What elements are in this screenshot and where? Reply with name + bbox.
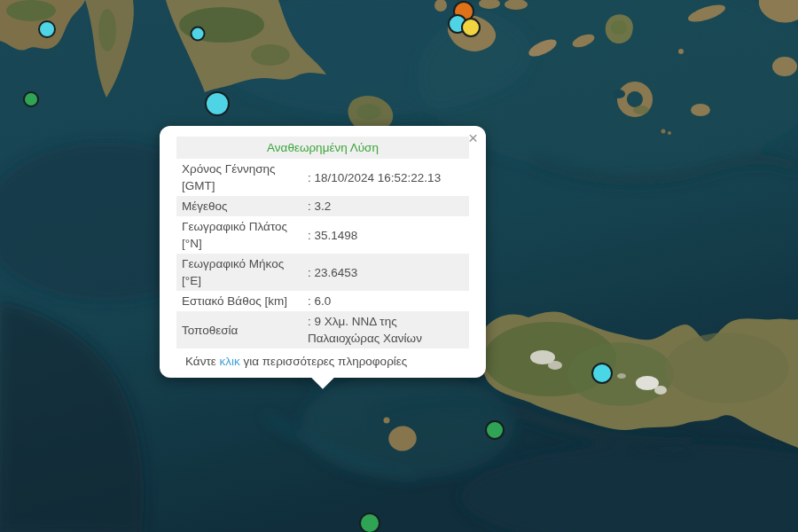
earthquake-marker-west-peloponnese-cyan[interactable]: [39, 21, 55, 37]
table-row: Χρόνος Γέννησης [GMT] : 18/10/2024 16:52…: [176, 159, 469, 196]
depth-value: : 6.0: [302, 291, 469, 311]
popup-close-icon[interactable]: ×: [468, 129, 478, 146]
longitude-label: Γεωγραφικό Μήκος [°E]: [176, 254, 302, 291]
location-label: Τοποθεσία: [176, 311, 302, 348]
table-row-title: Αναθεωρημένη Λύση: [176, 137, 469, 159]
earthquake-marker-crete-cyan[interactable]: [592, 364, 612, 383]
klik-link[interactable]: κλικ: [220, 355, 240, 368]
latitude-label: Γεωγραφικό Πλάτος [°N]: [176, 216, 302, 254]
footer-text-prefix: Κάντε: [185, 355, 220, 368]
origin-time-value: : 18/10/2024 16:52:22.13: [302, 159, 469, 196]
table-row: Γεωγραφικό Μήκος [°E] : 23.6453: [176, 254, 469, 291]
popup-content: Αναθεωρημένη Λύση Χρόνος Γέννησης [GMT] …: [176, 137, 469, 370]
table-row: Τοποθεσία : 9 Χλμ. ΝΝΔ της Παλαιοχώρας Χ…: [176, 311, 469, 348]
table-row: Εστιακό Βάθος [km] : 6.0: [176, 291, 469, 311]
earthquake-details-table: Αναθεωρημένη Λύση Χρόνος Γέννησης [GMT] …: [176, 137, 469, 348]
earthquake-marker-cyclades-yellow[interactable]: [462, 19, 480, 36]
popup-footer: Κάντε κλικ για περισσότερες πληροφορίες: [185, 353, 469, 370]
popup-title: Αναθεωρημένη Λύση: [176, 137, 469, 159]
table-row: Μέγεθος : 3.2: [176, 196, 469, 216]
latitude-value: : 35.1498: [302, 216, 469, 254]
earthquake-marker-laconian-gulf-cyan[interactable]: [206, 92, 229, 115]
footer-text-suffix: για περισσότερες πληροφορίες: [240, 355, 408, 368]
table-row: Γεωγραφικό Πλάτος [°N] : 35.1498: [176, 216, 469, 254]
earthquake-marker-south-crete-green[interactable]: [486, 421, 504, 439]
earthquake-popup: × Αναθεωρημένη Λύση Χρόνος Γέννησης [GMT…: [160, 126, 486, 378]
magnitude-value: : 3.2: [302, 196, 469, 216]
map-canvas[interactable]: × Αναθεωρημένη Λύση Χρόνος Γέννησης [GMT…: [0, 0, 798, 532]
earthquake-marker-ionian-green[interactable]: [24, 92, 38, 106]
earthquake-marker-laconia-cyan[interactable]: [192, 27, 205, 41]
location-value: : 9 Χλμ. ΝΝΔ της Παλαιοχώρας Χανίων: [302, 311, 469, 348]
origin-time-label: Χρόνος Γέννησης [GMT]: [176, 159, 302, 196]
earthquake-marker-south-sea-green[interactable]: [360, 513, 379, 532]
magnitude-label: Μέγεθος: [176, 196, 302, 216]
depth-label: Εστιακό Βάθος [km]: [176, 291, 302, 311]
longitude-value: : 23.6453: [302, 254, 469, 291]
